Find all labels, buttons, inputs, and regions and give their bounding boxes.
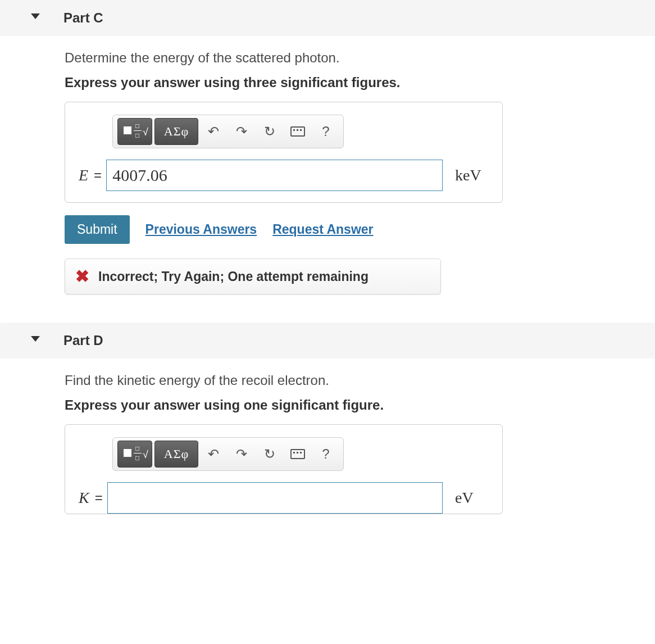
greek-button[interactable]: ΑΣφ (154, 118, 198, 145)
equals-sign: = (94, 167, 102, 183)
sqrt-icon: √ (143, 126, 149, 138)
part-d-header[interactable]: Part D (0, 323, 655, 359)
part-d-body: Find the kinetic energy of the recoil el… (0, 359, 655, 531)
reset-icon: ↻ (264, 124, 275, 139)
part-c-answer-input[interactable] (106, 160, 443, 191)
reset-button[interactable]: ↻ (257, 118, 283, 145)
part-c-header[interactable]: Part C (0, 0, 655, 36)
part-c-answer-line: E = keV (79, 160, 489, 191)
previous-answers-link[interactable]: Previous Answers (145, 222, 257, 237)
submit-button[interactable]: Submit (65, 215, 130, 244)
caret-down-icon (31, 13, 40, 19)
unit-label: keV (455, 166, 489, 184)
part-c-actions: Submit Previous Answers Request Answer (65, 215, 624, 244)
part-d-answer-box: □□ √ ΑΣφ ↶ ↷ ↻ ? K = (65, 424, 503, 514)
request-answer-link[interactable]: Request Answer (272, 222, 373, 237)
part-c-question: Determine the energy of the scattered ph… (65, 50, 624, 66)
redo-icon: ↷ (236, 446, 247, 462)
fraction-icon: □□ (134, 445, 142, 462)
sqrt-icon: √ (143, 449, 149, 461)
unit-label: eV (455, 489, 489, 507)
caret-down-icon (31, 336, 40, 342)
undo-button[interactable]: ↶ (201, 118, 226, 145)
part-c-body: Determine the energy of the scattered ph… (0, 36, 655, 311)
undo-icon: ↶ (208, 446, 219, 462)
keyboard-icon (290, 126, 305, 137)
variable-label: E (79, 166, 88, 184)
template-box-icon (124, 449, 131, 457)
equals-sign: = (95, 490, 103, 506)
part-d-answer-line: K = eV (79, 482, 489, 514)
undo-button[interactable]: ↶ (201, 441, 226, 468)
redo-button[interactable]: ↷ (229, 441, 254, 468)
template-box-icon (124, 126, 131, 134)
undo-icon: ↶ (208, 124, 219, 139)
part-c-answer-box: □□ √ ΑΣφ ↶ ↷ ↻ ? E = (65, 102, 503, 203)
keyboard-icon (290, 449, 305, 459)
part-c: Part C Determine the energy of the scatt… (0, 0, 655, 311)
equation-toolbar: □□ √ ΑΣφ ↶ ↷ ↻ ? (112, 115, 344, 148)
keyboard-button[interactable] (285, 118, 311, 145)
part-d-question: Find the kinetic energy of the recoil el… (65, 373, 624, 388)
reset-button[interactable]: ↻ (257, 441, 283, 468)
templates-button[interactable]: □□ √ (117, 441, 152, 468)
part-d-title: Part D (63, 333, 103, 348)
part-c-title: Part C (63, 10, 103, 25)
redo-button[interactable]: ↷ (229, 118, 254, 145)
equation-toolbar: □□ √ ΑΣφ ↶ ↷ ↻ ? (112, 437, 344, 471)
reset-icon: ↻ (264, 446, 275, 462)
help-button[interactable]: ? (313, 118, 339, 145)
part-d: Part D Find the kinetic energy of the re… (0, 323, 655, 531)
keyboard-button[interactable] (285, 441, 311, 468)
feedback-message: Incorrect; Try Again; One attempt remain… (98, 269, 369, 284)
templates-button[interactable]: □□ √ (117, 118, 152, 145)
greek-button[interactable]: ΑΣφ (154, 441, 198, 468)
help-button[interactable]: ? (313, 441, 339, 468)
part-d-answer-input[interactable] (107, 482, 443, 514)
fraction-icon: □□ (134, 122, 142, 139)
variable-label: K (79, 489, 89, 507)
part-d-instruction: Express your answer using one significan… (65, 397, 624, 413)
incorrect-icon: ✖ (75, 268, 89, 285)
redo-icon: ↷ (236, 124, 247, 139)
part-c-instruction: Express your answer using three signific… (65, 75, 624, 90)
feedback-box: ✖ Incorrect; Try Again; One attempt rema… (65, 258, 441, 294)
